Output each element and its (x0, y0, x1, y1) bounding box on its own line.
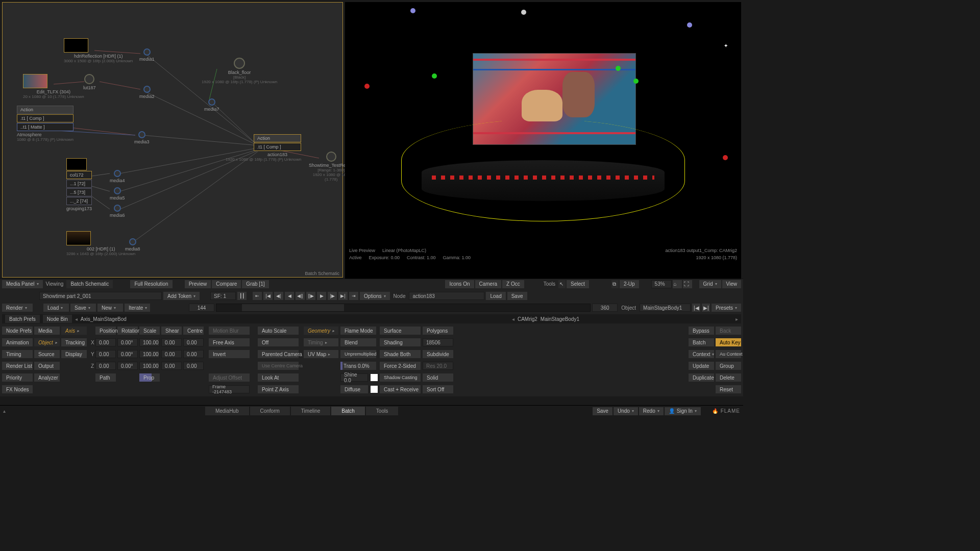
shr-x[interactable]: 0.00 (161, 338, 182, 346)
context-dd[interactable]: Context (689, 350, 714, 358)
diffuse-btn[interactable]: Diffuse (340, 385, 368, 393)
load-btn[interactable]: Load (486, 292, 505, 300)
options-dd[interactable]: Options (360, 292, 389, 300)
delete-btn[interactable]: Delete (716, 373, 741, 382)
node-media1[interactable]: media1 (139, 48, 155, 62)
look-at-btn[interactable]: Look At (258, 373, 299, 382)
parented-cam-btn[interactable]: Parented Camera (258, 350, 299, 358)
display-btn[interactable]: Display (61, 350, 87, 358)
render-list-btn[interactable]: Render List (2, 362, 33, 370)
node-media6[interactable]: media6 (110, 205, 125, 218)
gizmo-dot[interactable] (616, 66, 621, 71)
node-media2[interactable]: media2 (139, 86, 155, 99)
batch-btn[interactable]: Batch (689, 338, 714, 346)
node-media3[interactable]: media3 (134, 131, 150, 144)
tab-tools[interactable]: Tools (366, 407, 398, 415)
node-media7[interactable]: media7 (204, 98, 219, 112)
step-fwd-icon[interactable]: ||▶ (306, 292, 315, 300)
bypass-btn[interactable]: Bypass (689, 327, 714, 335)
ctr-x[interactable]: 0.00 (183, 338, 204, 346)
viewport-panel[interactable]: ✦ Live Preview Linear (PhotoMapLC) actio… (345, 2, 741, 279)
cursor-icon[interactable]: ↖ (558, 280, 566, 288)
load-dd[interactable]: Load (43, 304, 69, 312)
node-colour-source[interactable]: Black_floor [Black] 980 x 551 @ 16fp (… (202, 58, 277, 84)
scl-z[interactable]: 100.00 (139, 362, 160, 370)
invert-btn[interactable]: Invert (209, 350, 250, 358)
diffuse-swatch[interactable] (371, 386, 378, 393)
ctr-z[interactable]: 0.00 (183, 362, 204, 370)
force-2sided-btn[interactable]: Force 2-Sided (380, 362, 421, 370)
output-btn[interactable]: Output (34, 362, 60, 370)
clip-name[interactable]: Showtime part 2_001 (39, 292, 162, 300)
skip-end-icon[interactable]: ⇥ (349, 292, 358, 300)
scl-y[interactable]: 100.00 (139, 350, 160, 358)
grid-dd[interactable]: Grid (699, 280, 721, 288)
pause-icon[interactable]: ┃┃ (237, 292, 247, 300)
media-panel-dd[interactable]: Media Panel (2, 280, 43, 288)
fit-icon[interactable]: ⛶ (683, 280, 692, 288)
sort-off-btn[interactable]: Sort Off (423, 385, 453, 393)
rot-z[interactable]: 0.00° (117, 362, 138, 370)
gizmo-dot[interactable] (432, 73, 437, 79)
media-btn[interactable]: Media (34, 327, 60, 335)
grab-btn[interactable]: Grab [1] (242, 280, 268, 288)
surface-btn[interactable]: Surface (380, 327, 421, 335)
gizmo-dot[interactable] (633, 79, 639, 84)
uvmap-btn[interactable]: UV Map (304, 350, 338, 358)
node-field[interactable]: action183 (409, 292, 484, 300)
cast-receive-btn[interactable]: Cast + Receive (380, 385, 421, 393)
back-btn[interactable]: Back (716, 327, 741, 335)
tab-batch[interactable]: Batch (331, 407, 365, 415)
polycount-field[interactable]: 18506 (423, 338, 453, 346)
rot-y[interactable]: 0.00° (117, 350, 138, 358)
animation-btn[interactable]: Animation (2, 338, 33, 346)
object-btn[interactable]: Object (34, 338, 60, 346)
analyzer-btn[interactable]: Analyzer (34, 373, 60, 382)
update-btn[interactable]: Update (689, 362, 714, 370)
tab-conform[interactable]: Conform (250, 407, 290, 415)
rot-x[interactable]: 0.00° (117, 338, 138, 346)
save-dd[interactable]: Save (70, 304, 96, 312)
obj-prev-icon[interactable]: |◀ (692, 304, 700, 312)
shr-z[interactable]: 0.00 (161, 362, 182, 370)
rotation-btn[interactable]: Rotation (117, 327, 138, 335)
zocc-btn[interactable]: Z Occ (502, 280, 524, 288)
node-media8[interactable]: media8 (125, 238, 140, 252)
pos-x[interactable]: 0.00 (95, 338, 116, 346)
node-atmosphere[interactable]: Action .t1 [ Comp ] ..t1 [ Matte ] Atmos… (17, 106, 74, 142)
skip-start-icon[interactable]: ⇤ (253, 292, 262, 300)
batch-schematic-btn[interactable]: Batch Schematic (66, 280, 113, 288)
play-rev-icon[interactable]: ◀ (285, 292, 294, 300)
step-rev-icon[interactable]: ◀|| (296, 292, 305, 300)
node-hdri[interactable]: hdriReflection [HDR] (1) 3000 x 1500 @ 1… (64, 38, 133, 63)
flame-mode-btn[interactable]: Flame Mode (340, 327, 376, 335)
next-key-icon[interactable]: ▶| (338, 292, 348, 300)
select-btn[interactable]: Select (567, 280, 589, 288)
batch-prefs-btn[interactable]: Batch Prefs (5, 315, 40, 323)
node-media4[interactable]: media4 (110, 170, 125, 183)
gizmo-dot[interactable] (410, 8, 415, 13)
shear-btn[interactable]: Shear (161, 327, 182, 335)
auto-scale-btn[interactable]: Auto Scale (258, 327, 299, 335)
polygons-btn[interactable]: Polygons (423, 327, 453, 335)
group-btn[interactable]: Group (716, 362, 741, 370)
fullres-btn[interactable]: Full Resolution (130, 280, 172, 288)
shine-swatch[interactable] (371, 374, 378, 381)
save-btn[interactable]: Save (507, 292, 527, 300)
au-context-btn[interactable]: Au Context (716, 350, 741, 358)
timing-btn2[interactable]: Timing (304, 338, 338, 346)
cur-frame[interactable]: 144 (189, 304, 214, 312)
render-dd[interactable]: Render (2, 304, 33, 312)
node-grouping[interactable]: col172 ...1 [72] ...5 [73] ..._2 [74] gr… (66, 158, 92, 211)
tracking-btn[interactable]: Tracking (61, 338, 87, 346)
point-z-btn[interactable]: Point Z Axis (258, 385, 299, 393)
prev-frame-icon[interactable]: ◀| (274, 292, 283, 300)
position-btn[interactable]: Position (95, 327, 116, 335)
gizmo-dot[interactable] (723, 155, 728, 160)
gizmo-dot[interactable] (687, 22, 692, 28)
node-lut[interactable]: lut187 (83, 74, 96, 90)
new-dd[interactable]: New (97, 304, 123, 312)
signin-dd[interactable]: 👤Sign In (665, 407, 701, 415)
priority-btn[interactable]: Priority (2, 373, 33, 382)
shr-y[interactable]: 0.00 (161, 350, 182, 358)
